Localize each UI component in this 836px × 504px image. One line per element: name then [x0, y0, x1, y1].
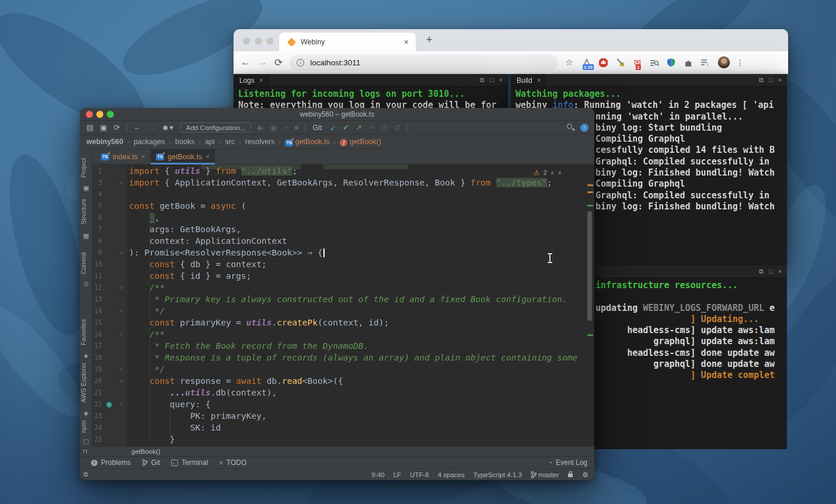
address-bar[interactable]: i localhost:3011 [290, 54, 558, 71]
breadcrumb-item-resolvers[interactable]: resolvers [245, 138, 275, 146]
fold-marker[interactable]: ∧ [116, 308, 127, 314]
forward-icon[interactable]: → [257, 57, 267, 68]
gmail-extension-icon[interactable]: ✉3 [632, 57, 643, 68]
close-icon[interactable]: × [499, 76, 503, 84]
fold-marker[interactable]: ∨ [116, 378, 127, 384]
sidebar-item-npm[interactable]: npm [80, 418, 92, 435]
back-icon[interactable]: ← [241, 57, 250, 68]
add-configuration-button[interactable]: Add Configuration... [180, 123, 252, 132]
build-tab[interactable]: Build × [511, 74, 547, 86]
breadcrumb-item-webiny560[interactable]: webiny560 [86, 138, 123, 146]
profile-avatar[interactable] [717, 56, 730, 69]
git-merge-icon[interactable]: ⇢ [368, 123, 375, 132]
git-commit-icon[interactable]: ✔ [343, 123, 349, 132]
prev-warning-icon[interactable]: ∧ [551, 170, 555, 176]
maximize-icon[interactable]: □ [769, 76, 773, 84]
write-lock-icon[interactable] [567, 471, 573, 479]
browser-menu-icon[interactable]: ⋮ [736, 58, 744, 67]
toolwindow-button-terminal[interactable]: >_Terminal [171, 459, 208, 467]
status-caret-position[interactable]: 9:40 [371, 471, 384, 478]
run-icon[interactable]: ▶ [257, 123, 263, 132]
maximize-icon[interactable]: □ [769, 268, 773, 275]
sidebar-item-project[interactable]: Project [80, 154, 92, 182]
event-log-button[interactable]: ◔ Event Log [548, 459, 587, 467]
toolwindow-toggle-icon[interactable]: ⧉ [83, 471, 88, 478]
toolwindow-button-git[interactable]: Git [142, 459, 160, 467]
editor-scrollbar[interactable] [587, 211, 592, 321]
tab-close-icon[interactable]: × [205, 153, 210, 161]
git-push-icon[interactable]: ↗ [356, 123, 362, 132]
toolwindow-button-todo[interactable]: ≡TODO [219, 459, 246, 467]
npm-icon[interactable]: ▢ [82, 438, 90, 445]
reload-icon[interactable]: ⟳ [274, 57, 283, 69]
sidebar-item-structure[interactable]: Structure [80, 194, 92, 230]
breadcrumb-item-packages[interactable]: packages [134, 138, 165, 146]
fold-marker[interactable]: ∨ [116, 285, 127, 290]
editor-tab-index.ts[interactable]: TSindex.ts× [96, 149, 151, 164]
status-file-encoding[interactable]: UTF-8 [410, 471, 429, 478]
float-window-icon[interactable]: ⧉ [759, 76, 764, 84]
toolwindow-button-problems[interactable]: !Problems [91, 459, 131, 467]
fold-marker[interactable]: ∧ [116, 180, 127, 186]
build-tab-close-icon[interactable]: × [537, 76, 541, 85]
run-profile-icon[interactable]: ◔ [283, 123, 288, 132]
sidebar-item-favorites[interactable]: Favorites [80, 314, 92, 350]
structure-icon[interactable]: ▦ [82, 232, 90, 240]
commit-icon[interactable]: ⊙ [82, 280, 90, 288]
close-icon[interactable]: × [778, 76, 782, 84]
editor-tab-getBook.ts[interactable]: TSgetBook.ts× [151, 149, 215, 164]
breadcrumb-item-src[interactable]: src [225, 138, 235, 146]
open-icon[interactable]: ▤ [86, 123, 93, 132]
colorpicker-extension-icon[interactable] [615, 57, 626, 68]
session-search-extension-icon[interactable] [649, 57, 660, 68]
ide-titlebar[interactable]: webiny560 – getBook.ts [80, 108, 594, 121]
float-window-icon[interactable]: ⧉ [759, 268, 764, 275]
warning-stripe-mark[interactable] [587, 184, 593, 186]
back-icon[interactable]: ← [134, 123, 141, 132]
adblock-extension-icon[interactable] [598, 57, 609, 68]
debug-icon[interactable]: ◉ [270, 123, 276, 132]
sidebar-item-commit[interactable]: Commit [80, 249, 92, 278]
save-icon[interactable]: ▣ [100, 123, 107, 132]
tab-close-icon[interactable]: × [403, 37, 410, 47]
window-minimize-button[interactable] [255, 38, 262, 44]
inspection-widget[interactable]: ⚠ 2 ∧ ∨ [534, 169, 562, 177]
highlighting-level-icon[interactable]: ⚙ [582, 471, 588, 479]
next-warning-icon[interactable]: ∨ [558, 170, 562, 176]
window-close-button[interactable] [243, 38, 250, 44]
meeting-timer-extension-icon[interactable]: 0.35 [581, 57, 592, 68]
status-line-separator[interactable]: LF [393, 471, 401, 478]
breadcrumb-item-api[interactable]: api [205, 138, 215, 146]
tab-close-icon[interactable]: × [141, 153, 145, 161]
forward-icon[interactable]: → [148, 123, 155, 132]
maximize-icon[interactable]: □ [490, 76, 494, 84]
ide-update-icon[interactable]: ↑ [580, 124, 588, 132]
bookmark-star-icon[interactable]: ☆ [565, 57, 573, 68]
breadcrumb-function[interactable]: f getBook() [340, 138, 381, 146]
logs-tab[interactable]: Logs × [234, 74, 269, 86]
code-editor[interactable]: 2import { utils } from "../utils";3∧impo… [92, 164, 594, 446]
git-update-icon[interactable]: ↙ [330, 123, 336, 132]
fold-marker[interactable]: ∧ [116, 250, 127, 256]
fold-marker[interactable]: ∨ [116, 401, 127, 407]
breadcrumb-file[interactable]: TS getBook.ts [285, 138, 330, 146]
shield-extension-icon[interactable] [666, 57, 677, 68]
project-icon[interactable]: ▣ [82, 184, 90, 192]
puzzle-extensions-icon[interactable] [683, 57, 694, 68]
fold-marker[interactable]: ∨ [116, 331, 127, 337]
rollback-icon[interactable]: ↺ [394, 123, 400, 132]
status-git-branch[interactable]: master [531, 471, 559, 478]
user-settings-icon[interactable]: ☻▾ [162, 123, 173, 132]
float-window-icon[interactable]: ⧉ [480, 76, 485, 84]
status-typescript-version[interactable]: TypeScript 4.1.3 [473, 471, 522, 478]
window-zoom-button[interactable] [267, 38, 273, 44]
search-everywhere-icon[interactable] [567, 124, 574, 131]
recursive-call-icon[interactable]: ↑ [106, 402, 112, 408]
fold-marker[interactable]: ∧ [116, 366, 127, 372]
browser-tab[interactable]: Webiny × [279, 33, 416, 51]
close-icon[interactable]: × [778, 268, 782, 275]
stop-icon[interactable]: ■ [294, 123, 299, 132]
aws-explorer-icon[interactable]: ◈ [82, 410, 90, 417]
history-icon[interactable]: ◷ [381, 123, 388, 132]
logs-tab-close-icon[interactable]: × [259, 76, 263, 85]
